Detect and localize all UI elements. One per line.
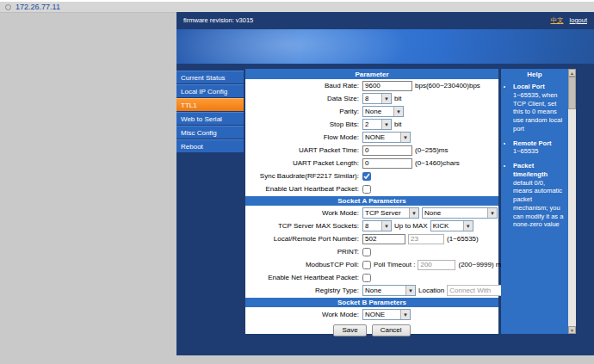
data-size-label: Data Size: — [245, 95, 362, 102]
device-header: firmware revision: v3015 中文 logout — [176, 12, 594, 29]
help-item-heading: Packet time/length — [513, 162, 566, 179]
logout-link[interactable]: logout — [570, 16, 587, 24]
uart-heartbeat-checkbox[interactable] — [362, 185, 371, 194]
help-item-heading: Local Port — [513, 83, 566, 91]
chevron-down-icon: ▼ — [381, 221, 391, 231]
help-item-remote-port: Remote Port 1~65535 — [513, 139, 566, 157]
registry-type-value: None — [363, 287, 381, 294]
socket-b-work-mode-select[interactable]: NONE ▼ — [362, 309, 411, 320]
sidebar-item-web-to-serial[interactable]: Web to Serial — [176, 112, 244, 125]
brand-banner — [176, 29, 594, 64]
scrollbar-thumb[interactable] — [568, 77, 576, 109]
language-link[interactable]: 中文 — [550, 16, 563, 24]
chevron-down-icon: ▼ — [487, 208, 497, 218]
save-button[interactable]: Save — [333, 324, 366, 336]
scrollbar[interactable]: ▲ ▼ — [568, 69, 576, 334]
stop-bits-select[interactable]: 2 ▼ — [362, 119, 392, 130]
firmware-revision-label: firmware revision: v3015 — [183, 16, 253, 24]
max-sockets-value: 8 — [363, 222, 368, 230]
chevron-down-icon: ▼ — [400, 310, 410, 319]
net-heartbeat-checkbox[interactable] — [362, 274, 371, 282]
remote-port-input[interactable] — [408, 234, 444, 244]
help-title-bar: Help — [501, 69, 568, 79]
help-item-local-port: Local Port 1~65535, when TCP Client, set… — [513, 83, 566, 133]
uart-packet-time-row: UART Packet Time: (0~255)ms — [245, 144, 498, 157]
stop-bits-row: Stop Bits: 2 ▼ bit — [245, 118, 498, 131]
sidebar-item-misc-config[interactable]: Misc Config — [176, 126, 244, 139]
parity-label: Parity: — [245, 108, 362, 115]
socket-a-section-bar: Socket A Parameters — [245, 196, 498, 206]
parity-row: Parity: None ▼ — [245, 105, 498, 118]
modbus-poll-row: ModbusTCP Poll: Poll Timeout : (200~9999… — [245, 258, 498, 271]
socket-b-work-mode-row: Work Mode: NONE ▼ — [245, 308, 498, 321]
baud-rate-hint: bps(600~230400)bps — [415, 82, 480, 89]
registry-type-select[interactable]: None ▼ — [362, 285, 416, 296]
stop-bits-label: Stop Bits: — [245, 120, 362, 128]
sync-baudrate-checkbox[interactable] — [362, 172, 371, 181]
chevron-down-icon: ▼ — [463, 221, 473, 231]
chevron-down-icon: ▼ — [409, 208, 418, 218]
chevron-down-icon: ▼ — [400, 133, 410, 142]
data-size-hint: bit — [394, 95, 401, 102]
max-sockets-select[interactable]: 8 ▼ — [362, 220, 392, 231]
poll-timeout-hint: (200~9999) ms — [458, 261, 504, 268]
help-item-packet: Packet time/length default 0/0, means au… — [513, 162, 566, 229]
topic-link[interactable]: 172.26.77.11 — [15, 2, 60, 12]
print-label: PRINT: — [245, 248, 362, 256]
socket-b-work-mode-value: NONE — [363, 311, 385, 318]
uart-packet-length-input[interactable] — [362, 158, 412, 169]
sync-baudrate-label: Sync Baudrate(RF2217 Similar): — [245, 172, 362, 180]
uart-heartbeat-row: Enable Uart Heartbeat Packet: — [245, 182, 498, 195]
registry-type-row: Registry Type: None ▼ Location Connect W… — [245, 284, 498, 297]
connect-with-value: Connect With — [448, 287, 491, 294]
baud-rate-input[interactable] — [362, 81, 412, 91]
poll-timeout-input[interactable] — [418, 260, 455, 270]
stop-bits-hint: bit — [394, 120, 401, 128]
help-item-text: 1~65535, when TCP Client, set this to 0 … — [513, 91, 562, 133]
socket-b-work-mode-label: Work Mode: — [245, 311, 362, 318]
nav-menu: Current Status Local IP Config TTL1 Web … — [176, 69, 244, 334]
sidebar-item-ttl1[interactable]: TTL1 — [176, 98, 244, 111]
print-checkbox[interactable] — [362, 248, 371, 256]
local-port-input[interactable] — [362, 234, 405, 244]
uart-packet-length-hint: (0~1460)chars — [415, 159, 460, 167]
flow-mode-value: NONE — [363, 133, 385, 141]
uart-heartbeat-label: Enable Uart Heartbeat Packet: — [245, 185, 362, 193]
modbus-poll-label: ModbusTCP Poll: — [245, 261, 362, 268]
uart-packet-length-row: UART Packet Length: (0~1460)chars — [245, 157, 498, 170]
content-area: Current Status Local IP Config TTL1 Web … — [176, 69, 594, 334]
work-mode-sub-value: None — [423, 209, 441, 217]
sidebar-item-reboot[interactable]: Reboot — [176, 139, 244, 152]
work-mode-sub-select[interactable]: None ▼ — [422, 207, 498, 219]
socket-a-work-mode-row: Work Mode: TCP Server ▼ None ▼ — [245, 207, 498, 219]
scroll-up-icon[interactable]: ▲ — [568, 69, 576, 77]
kick-select[interactable]: KICK ▼ — [430, 220, 473, 231]
flow-mode-select[interactable]: NONE ▼ — [362, 132, 411, 143]
max-sockets-row: TCP Server MAX Sockets: 8 ▼ Up to MAX KI… — [245, 219, 498, 232]
scroll-down-icon[interactable]: ▼ — [568, 326, 576, 334]
baud-rate-label: Baud Rate: — [245, 82, 362, 89]
work-mode-value: TCP Server — [363, 209, 401, 217]
sidebar-item-current-status[interactable]: Current Status — [176, 71, 244, 83]
baud-rate-row: Baud Rate: bps(600~230400)bps — [245, 79, 498, 92]
sidebar-item-local-ip-config[interactable]: Local IP Config — [176, 84, 244, 97]
device-web-page: firmware revision: v3015 中文 logout Curre… — [176, 12, 594, 355]
work-mode-select[interactable]: TCP Server ▼ — [362, 207, 419, 219]
location-label: Location — [418, 287, 444, 294]
data-size-select[interactable]: 8 ▼ — [362, 93, 392, 104]
chevron-down-icon: ▼ — [381, 94, 391, 103]
help-item-text: default 0/0, means automatic packet mech… — [513, 179, 563, 229]
form-title-bar: Parameter — [245, 69, 498, 79]
max-sockets-label: TCP Server MAX Sockets: — [245, 222, 362, 230]
cancel-button[interactable]: Cancel — [372, 324, 411, 336]
port-number-label: Local/Remote Port Number: — [245, 235, 362, 243]
poll-timeout-label: Poll Timeout : — [374, 261, 415, 268]
uart-packet-time-input[interactable] — [362, 145, 412, 156]
chevron-down-icon: ▼ — [405, 286, 415, 295]
kick-value: KICK — [431, 222, 449, 230]
parity-value: None — [363, 108, 381, 115]
parity-select[interactable]: None ▼ — [362, 106, 404, 117]
socket-b-section-bar: Socket B Parameters — [245, 298, 498, 307]
chevron-down-icon: ▼ — [393, 107, 403, 116]
modbus-poll-checkbox[interactable] — [362, 261, 371, 269]
